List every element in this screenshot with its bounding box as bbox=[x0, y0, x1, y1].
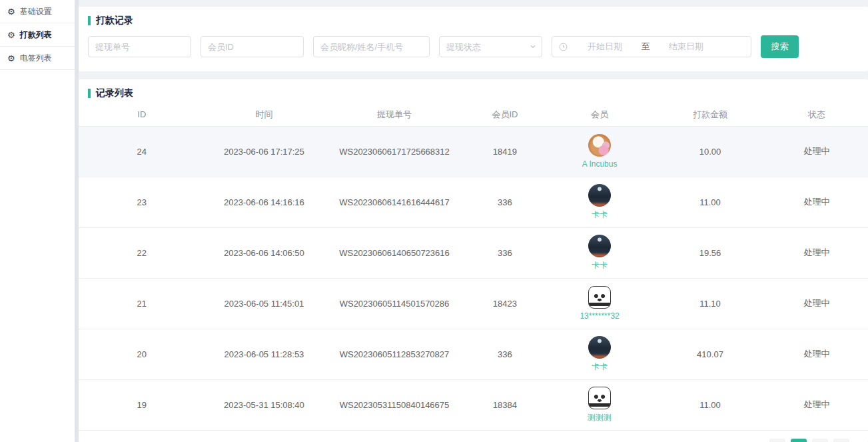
cell-id: 20 bbox=[79, 329, 205, 379]
cell-status: 处理中 bbox=[765, 379, 868, 430]
withdraw-no-input[interactable] bbox=[88, 36, 191, 57]
section-accent-bar bbox=[88, 16, 91, 25]
cell-amount: 19.56 bbox=[655, 227, 765, 278]
header-member-id: 会员ID bbox=[466, 103, 545, 126]
table-row: 21 2023-06-05 11:45:01 WS202306051145015… bbox=[79, 278, 868, 329]
cell-member-id: 18419 bbox=[466, 126, 545, 177]
sidebar-item[interactable]: ⚙ 打款列表 bbox=[0, 23, 75, 47]
table-row: 23 2023-06-06 14:16:16 WS202306061416164… bbox=[79, 177, 868, 227]
member-avatar[interactable] bbox=[588, 134, 611, 157]
cell-amount: 11.00 bbox=[655, 379, 765, 430]
sidebar-item[interactable]: ⚙ 基础设置 bbox=[0, 0, 75, 23]
cell-member-id: 336 bbox=[466, 329, 545, 379]
cell-member: 卡卡 bbox=[544, 177, 655, 227]
date-range-picker[interactable]: 开始日期 至 结束日期 bbox=[552, 36, 751, 57]
clock-icon bbox=[559, 43, 568, 51]
cell-member: 卡卡 bbox=[544, 227, 655, 278]
gear-icon: ⚙ bbox=[7, 54, 15, 63]
member-name-link[interactable]: 13*******32 bbox=[580, 311, 619, 321]
member-info-input[interactable] bbox=[313, 36, 430, 57]
cell-member-id: 18384 bbox=[466, 379, 545, 430]
table-row: 24 2023-06-06 17:17:25 WS202306061717256… bbox=[79, 126, 868, 177]
start-date-placeholder[interactable]: 开始日期 bbox=[574, 41, 636, 53]
table-row: 19 2023-05-31 15:08:40 WS202305311508401… bbox=[79, 379, 868, 430]
list-title-text: 记录列表 bbox=[96, 87, 133, 99]
sidebar-item-label: 电签列表 bbox=[20, 53, 52, 64]
page-button[interactable]: 1 bbox=[791, 439, 807, 442]
withdraw-status-select[interactable] bbox=[439, 36, 542, 57]
cell-member: 测测测 bbox=[544, 379, 655, 430]
cell-status: 处理中 bbox=[765, 126, 868, 177]
cell-withdraw-no: WS20230606140650723616 bbox=[323, 227, 465, 278]
filter-row: 开始日期 至 结束日期 搜索 bbox=[88, 35, 859, 58]
cell-amount: 410.07 bbox=[655, 329, 765, 379]
search-button[interactable]: 搜索 bbox=[761, 35, 799, 58]
cell-time: 2023-06-06 17:17:25 bbox=[205, 126, 324, 177]
member-name-link[interactable]: A Incubus bbox=[582, 159, 618, 169]
sidebar-item[interactable]: ⚙ 电签列表 bbox=[0, 47, 75, 70]
cell-time: 2023-06-06 14:06:50 bbox=[205, 227, 324, 278]
cell-id: 21 bbox=[79, 278, 205, 329]
prev-page-button[interactable] bbox=[769, 439, 785, 442]
main-content: 打款记录 开始日期 至 结束日期 搜索 bbox=[79, 0, 868, 442]
cell-withdraw-no: WS20230606141616444617 bbox=[323, 177, 465, 227]
cell-member: 卡卡 bbox=[544, 329, 655, 379]
cell-time: 2023-05-31 15:08:40 bbox=[205, 379, 324, 430]
cell-status: 处理中 bbox=[765, 227, 868, 278]
withdraw-status-select-input[interactable] bbox=[439, 36, 542, 57]
cell-id: 22 bbox=[79, 227, 205, 278]
cell-withdraw-no: WS20230531150840146675 bbox=[323, 379, 465, 430]
gear-icon: ⚙ bbox=[7, 31, 15, 39]
records-table: ID 时间 提现单号 会员ID 会员 打款金额 状态 24 2023-06-06… bbox=[79, 103, 868, 431]
sidebar-item-label: 基础设置 bbox=[20, 6, 52, 17]
header-withdraw-no: 提现单号 bbox=[323, 103, 465, 126]
member-name-link[interactable]: 测测测 bbox=[588, 412, 612, 423]
sidebar: ⚙ 基础设置 ⚙ 打款列表 ⚙ 电签列表 bbox=[0, 0, 75, 442]
cell-member: A Incubus bbox=[544, 126, 655, 177]
member-name-link[interactable]: 卡卡 bbox=[592, 209, 608, 221]
page-button[interactable]: 2 bbox=[812, 439, 828, 442]
payment-records-filter-card: 打款记录 开始日期 至 结束日期 搜索 bbox=[79, 7, 868, 71]
member-name-link[interactable]: 卡卡 bbox=[592, 361, 608, 373]
header-member: 会员 bbox=[544, 103, 655, 126]
cell-member-id: 336 bbox=[466, 227, 545, 278]
next-page-button[interactable] bbox=[833, 439, 849, 442]
cell-status: 处理中 bbox=[765, 329, 868, 379]
member-id-input[interactable] bbox=[201, 36, 304, 57]
table-row: 20 2023-06-05 11:28:53 WS202306051128532… bbox=[79, 329, 868, 379]
cell-member: 13*******32 bbox=[544, 278, 655, 329]
member-avatar[interactable] bbox=[588, 387, 611, 409]
cell-member-id: 336 bbox=[466, 177, 545, 227]
cell-withdraw-no: WS20230605114501570286 bbox=[323, 278, 465, 329]
cell-time: 2023-06-06 14:16:16 bbox=[205, 177, 324, 227]
member-avatar[interactable] bbox=[588, 336, 611, 359]
table-row: 22 2023-06-06 14:06:50 WS202306061406507… bbox=[79, 227, 868, 278]
member-avatar[interactable] bbox=[588, 286, 611, 309]
cell-id: 19 bbox=[79, 379, 205, 430]
cell-time: 2023-06-05 11:28:53 bbox=[205, 329, 324, 379]
header-time: 时间 bbox=[205, 103, 324, 126]
sidebar-item-label: 打款列表 bbox=[20, 29, 52, 41]
list-section-title: 记录列表 bbox=[79, 87, 868, 99]
filter-title-text: 打款记录 bbox=[96, 15, 133, 27]
filter-section-title: 打款记录 bbox=[88, 14, 859, 27]
member-name-link[interactable]: 卡卡 bbox=[592, 260, 608, 271]
records-table-body: 24 2023-06-06 17:17:25 WS202306061717256… bbox=[79, 126, 868, 430]
cell-withdraw-no: WS20230606171725668312 bbox=[323, 126, 465, 177]
header-id: ID bbox=[79, 103, 205, 126]
cell-status: 处理中 bbox=[765, 278, 868, 329]
cell-withdraw-no: WS20230605112853270827 bbox=[323, 329, 465, 379]
records-list-card: 记录列表 ID 时间 提现单号 会员ID 会员 打款金额 状态 24 202 bbox=[79, 79, 868, 442]
header-amount: 打款金额 bbox=[655, 103, 765, 126]
section-accent-bar bbox=[88, 89, 91, 98]
pagination: 12 bbox=[79, 431, 868, 442]
header-status: 状态 bbox=[765, 103, 868, 126]
table-header-row: ID 时间 提现单号 会员ID 会员 打款金额 状态 bbox=[79, 103, 868, 126]
cell-amount: 11.10 bbox=[655, 278, 765, 329]
date-range-separator: 至 bbox=[636, 41, 655, 53]
cell-time: 2023-06-05 11:45:01 bbox=[205, 278, 324, 329]
member-avatar[interactable] bbox=[588, 184, 611, 207]
cell-member-id: 18423 bbox=[466, 278, 545, 329]
end-date-placeholder[interactable]: 结束日期 bbox=[655, 41, 717, 53]
member-avatar[interactable] bbox=[588, 235, 611, 257]
